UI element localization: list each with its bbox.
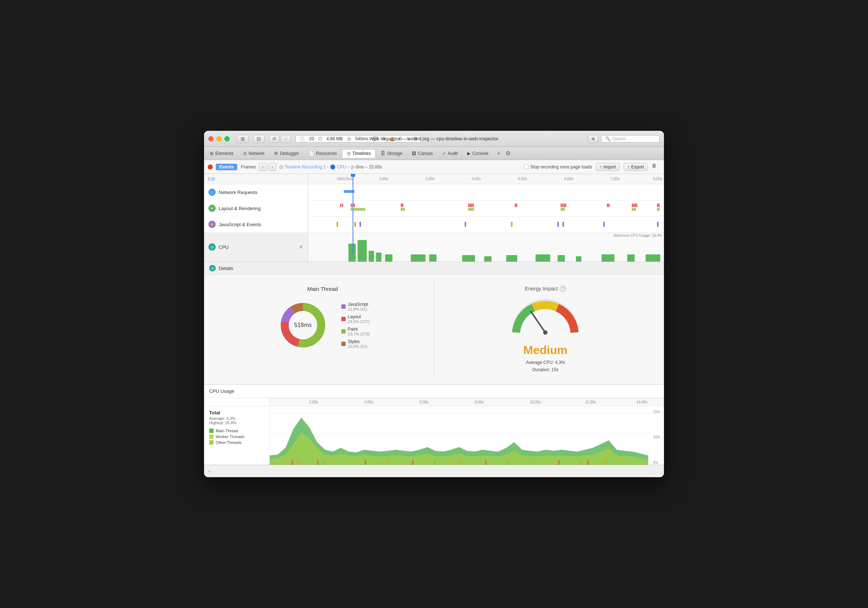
gauge-svg — [509, 296, 582, 340]
refresh-button[interactable]: ↺ — [269, 135, 279, 143]
cpu-usage-header: CPU Usage — [204, 385, 664, 398]
recording-nav: ‹ › — [259, 163, 276, 171]
console-prompt-button[interactable]: › — [208, 468, 210, 474]
svg-rect-25 — [291, 460, 293, 465]
energy-title: Energy Impact ? — [525, 286, 566, 292]
timeline-scrubber[interactable] — [353, 174, 353, 254]
audit-icon: ✓ — [442, 151, 446, 156]
debugger-icon: ⚙ — [274, 151, 278, 156]
download-button[interactable]: ↓ — [281, 135, 291, 143]
crosshair-button[interactable]: ⊕ — [588, 135, 598, 143]
cpu-legend-main: Main Thread — [209, 429, 264, 433]
cpu-time-12s: 12,00s — [585, 400, 596, 404]
frames-button[interactable]: Frames — [241, 165, 256, 169]
cpu-row-content: Maximum CPU Usage: 16,4% — [308, 232, 664, 261]
energy-title-text: Energy Impact — [525, 286, 558, 292]
stop-recording-checkbox[interactable] — [524, 165, 529, 169]
paint-color — [341, 329, 346, 334]
tab-console-label: Console — [472, 151, 488, 156]
tab-console[interactable]: ▶ Console — [463, 149, 493, 157]
cpu-close-button[interactable]: ✕ — [299, 244, 303, 250]
edit-button[interactable]: Edit — [208, 176, 215, 182]
tab-network[interactable]: ⊙ Network — [239, 149, 269, 157]
tab-audit[interactable]: ✓ Audit — [438, 149, 462, 157]
time-label-3s: 3,00s — [426, 177, 434, 181]
time-label-7s: 7,00s — [611, 177, 619, 181]
svg-rect-40 — [606, 460, 607, 465]
prev-recording-button[interactable]: ‹ — [259, 163, 267, 171]
time-label-6s: 6,00s — [564, 177, 573, 181]
svg-line-21 — [531, 311, 545, 333]
layout-toggle-button[interactable]: ⊟ — [253, 135, 265, 143]
cpu-max-label: Maximum CPU Usage: 16,4% — [614, 233, 662, 238]
tab-elements[interactable]: ⊞ Elements — [206, 149, 238, 157]
cpu-time-6s: 6,00s — [419, 400, 428, 404]
other-threads-legend-label: Other Threads — [216, 440, 242, 445]
cpu-chart-area: Total Average: 4,3% Highest: 16,4% Main … — [204, 406, 664, 465]
close-button[interactable] — [208, 136, 214, 142]
tab-resources[interactable]: 📄 Resources — [304, 149, 341, 157]
memory-value: 4,86 MB — [326, 136, 343, 142]
cpu-avg-value: Average: 4,3% — [209, 416, 264, 421]
cpu-breadcrumb[interactable]: CPU — [337, 165, 346, 169]
sidebar-toggle-button[interactable]: ⊞ — [237, 135, 249, 143]
tab-debugger[interactable]: ⚙ Debugger — [270, 149, 304, 157]
network-row-content — [308, 184, 664, 200]
cpu-row-label[interactable]: ⊙ CPU ✕ — [204, 232, 308, 261]
layout-legend-value: 24,5% (127) — [348, 319, 370, 324]
export-button[interactable]: ↑ Export — [623, 163, 648, 171]
js-events-row-label[interactable]: ⚡ JavaScript & Events — [204, 216, 308, 232]
donut-area: 518ms JavaScript 11,8% (61) — [276, 298, 370, 353]
search-box[interactable]: 🔍 Search — [601, 135, 660, 143]
y-label-5: 5% — [653, 461, 660, 465]
svg-rect-13 — [601, 255, 614, 262]
tab-timelines[interactable]: ◷ Timelines — [342, 149, 376, 158]
time-icon: ◷ — [347, 136, 351, 142]
svg-rect-33 — [460, 460, 461, 465]
clear-button[interactable]: 🗑 — [651, 163, 660, 171]
search-placeholder: Search — [612, 136, 626, 142]
scrubber-handle[interactable] — [351, 174, 355, 177]
cpu-usage-section: CPU Usage 2,00s 4,00s 6,00s 8,00s 10,00s… — [204, 385, 664, 465]
svg-rect-9 — [506, 255, 517, 262]
js-legend-value: 11,8% (61) — [348, 307, 368, 311]
import-button[interactable]: ↑ Import — [596, 163, 620, 171]
layout-color — [341, 317, 346, 321]
tab-resources-label: Resources — [316, 151, 337, 156]
next-recording-button[interactable]: › — [268, 163, 276, 171]
time-label-2s: 2,00s — [379, 177, 388, 181]
recording-bar: Events Frames ‹ › ◷ Timeline Recording 2… — [204, 160, 664, 174]
svg-rect-35 — [507, 460, 508, 465]
network-requests-row-label[interactable]: ↑↓ Network Requests — [204, 184, 308, 200]
cpu-time-8s: 8,00s — [475, 400, 484, 404]
tab-storage[interactable]: 🗄 Storage — [376, 149, 407, 157]
elements-icon: ⊞ — [210, 151, 214, 156]
cpu-highest-value: Highest: 16,4% — [209, 421, 264, 425]
tab-canvas[interactable]: 🖼 Canvas — [408, 149, 437, 157]
energy-impact-panel: Energy Impact ? — [434, 282, 657, 377]
layout-rendering-row-label[interactable]: ✏ Layout & Rendering — [204, 200, 308, 216]
svg-rect-38 — [580, 460, 581, 465]
recording-name[interactable]: Timeline Recording 2 — [284, 165, 326, 169]
svg-rect-7 — [462, 255, 475, 262]
cpu-y-labels: 15% 10% 5% — [651, 408, 662, 465]
settings-gear-button[interactable]: ⚙ — [504, 150, 512, 157]
tab-network-label: Network — [249, 151, 265, 156]
maximize-button[interactable] — [225, 136, 229, 142]
details-content: Main Thread — [204, 275, 664, 384]
tab-bar: ⊞ Elements ⊙ Network ⚙ Debugger 📄 Resour… — [204, 147, 664, 160]
events-button[interactable]: Events — [216, 164, 237, 170]
time-label-5s: 5,00s — [518, 177, 527, 181]
main-thread-color — [209, 429, 214, 433]
minimize-button[interactable] — [217, 136, 222, 142]
gauge-chart — [509, 296, 582, 340]
cpu-legend-other: Other Threads — [209, 440, 264, 445]
cpu-icon: 🔵 — [330, 165, 335, 169]
svg-rect-26 — [297, 460, 299, 465]
svg-rect-6 — [429, 255, 437, 262]
energy-help-button[interactable]: ? — [560, 286, 566, 292]
add-tab-button[interactable]: + — [495, 150, 502, 157]
worker-threads-color — [209, 434, 214, 439]
time-label-4s: 4,00s — [472, 177, 481, 181]
window-title: Web Inspector — webkit.org — cpu-timelin… — [369, 136, 498, 142]
